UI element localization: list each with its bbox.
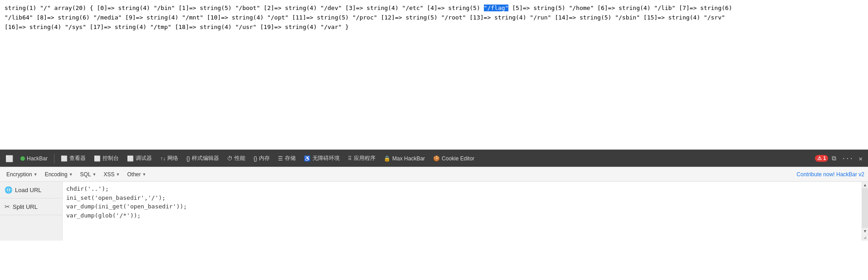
toolbar-accessibility-tab[interactable]: ♿ 无障碍环境 [301, 153, 342, 164]
toolbar-performance-tab[interactable]: ⏱ 性能 [224, 153, 248, 164]
sql-chevron-icon: ▼ [93, 172, 97, 177]
output-line3: [16]=> string(4) "/sys" [17]=> string(4)… [5, 23, 863, 32]
other-menu[interactable]: Other ▼ [124, 170, 149, 179]
split-url-label: Split URL [13, 203, 38, 210]
browser-toolbar: ⬜ HackBar ⬜ 查看器 ⬜ 控制台 ⬜ 调试器 ↑↓ 网络 {} 样式编… [0, 150, 868, 167]
toolbar-network-tab[interactable]: ↑↓ 网络 [157, 153, 181, 164]
devtools-home-icon[interactable]: ⬜ [4, 154, 15, 163]
hackbar-tab-label: HackBar [27, 155, 48, 162]
other-chevron-icon: ▼ [142, 172, 146, 177]
hackbar-textarea[interactable]: chdir('..'); ini_set('open_basedir','/')… [63, 182, 868, 241]
xss-chevron-icon: ▼ [116, 172, 120, 177]
max-hackbar-icon: 🔒 [384, 155, 390, 162]
error-count: 1 [823, 155, 826, 161]
encoding-chevron-icon: ▼ [69, 172, 73, 177]
hackbar-sidebar: 🌐 Load URL ✂ Split URL [0, 182, 63, 241]
scroll-resize-handle[interactable]: ⊿ [862, 234, 868, 241]
debugger-label: 调试器 [136, 154, 152, 162]
xss-label: XSS [104, 171, 115, 178]
toolbar-cookie-editor-tab[interactable]: 🍪 Cookie Editor [430, 154, 477, 163]
more-tools-icon[interactable]: ··· [840, 154, 855, 163]
hackbar-menubar: Encryption ▼ Encoding ▼ SQL ▼ XSS ▼ Othe… [0, 167, 868, 182]
editor-scrollbar[interactable]: ▲ ▼ ⊿ [862, 182, 868, 241]
toolbar-viewer-tab[interactable]: ⬜ 查看器 [58, 153, 88, 164]
scroll-track [862, 188, 868, 228]
encryption-menu[interactable]: Encryption ▼ [4, 170, 40, 179]
toolbar-separator-1 [54, 154, 54, 163]
viewer-label: 查看器 [69, 154, 86, 162]
contribute-link[interactable]: Contribute now! HackBar v2 [797, 171, 864, 178]
toolbar-memory-tab[interactable]: {} 内存 [251, 153, 273, 164]
close-devtools-icon[interactable]: ✕ [857, 154, 864, 163]
toolbar-apps-tab[interactable]: ⠿ 应用程序 [345, 153, 378, 164]
cookie-editor-icon: 🍪 [433, 155, 440, 162]
toolbar-debugger-tab[interactable]: ⬜ 调试器 [124, 153, 155, 164]
accessibility-icon: ♿ [304, 155, 311, 162]
style-editor-icon: {} [186, 155, 190, 162]
main-content-area: string(1) "/" array(20) { [0]=> string(4… [0, 0, 868, 150]
toolbar-storage-tab[interactable]: ☰ 存储 [275, 153, 298, 164]
encryption-chevron-icon: ▼ [34, 172, 38, 177]
other-label: Other [127, 171, 141, 178]
split-url-button[interactable]: ✂ Split URL [0, 198, 62, 215]
hackbar-body: 🌐 Load URL ✂ Split URL chdir('..'); ini_… [0, 182, 868, 241]
split-url-icon: ✂ [5, 203, 10, 210]
memory-icon: {} [254, 155, 257, 162]
apps-icon: ⠿ [348, 155, 352, 162]
contribute-label: Contribute now! HackBar v2 [797, 171, 864, 178]
console-label: 控制台 [102, 154, 119, 162]
output-text-post-flag: [5]=> string(5) "/home" [6]=> string(4) … [508, 5, 732, 11]
sql-menu[interactable]: SQL ▼ [78, 170, 99, 179]
output-line1: string(1) "/" array(20) { [0]=> string(4… [5, 4, 863, 13]
network-label: 网络 [167, 154, 178, 162]
output-highlighted-flag: "/flag" [484, 5, 509, 11]
toolbar-style-editor-tab[interactable]: {} 样式编辑器 [184, 153, 222, 164]
toolbar-console-tab[interactable]: ⬜ 控制台 [91, 153, 122, 164]
toolbar-hackbar-tab[interactable]: HackBar [18, 154, 50, 163]
max-hackbar-label: Max HackBar [392, 155, 425, 162]
storage-label: 存储 [285, 154, 296, 162]
console-icon: ⬜ [94, 155, 101, 162]
encryption-label: Encryption [6, 171, 32, 178]
xss-menu[interactable]: XSS ▼ [101, 170, 123, 179]
encoding-menu[interactable]: Encoding ▼ [42, 170, 76, 179]
load-url-icon: 🌐 [5, 186, 12, 193]
apps-label: 应用程序 [354, 154, 375, 162]
accessibility-label: 无障碍环境 [312, 154, 340, 162]
performance-icon: ⏱ [227, 155, 233, 162]
debugger-icon: ⬜ [127, 155, 134, 162]
toolbar-right: ⚠ 1 ⧉ ··· ✕ [815, 154, 864, 163]
encoding-label: Encoding [45, 171, 68, 178]
style-editor-label: 样式编辑器 [192, 154, 219, 162]
output-text-pre-flag: string(1) "/" array(20) { [0]=> string(4… [5, 5, 484, 11]
load-url-label: Load URL [15, 187, 42, 193]
error-icon: ⚠ [817, 155, 822, 161]
performance-label: 性能 [234, 154, 245, 162]
hackbar-editor: chdir('..'); ini_set('open_basedir','/')… [63, 182, 868, 241]
hackbar-panel: Encryption ▼ Encoding ▼ SQL ▼ XSS ▼ Othe… [0, 167, 868, 241]
responsive-design-icon[interactable]: ⧉ [830, 154, 838, 163]
storage-icon: ☰ [278, 155, 283, 162]
network-icon: ↑↓ [160, 155, 166, 162]
error-badge: ⚠ 1 [815, 155, 828, 162]
output-line2: "/lib64" [8]=> string(6) "/media" [9]=> … [5, 13, 863, 23]
scroll-up-button[interactable]: ▲ [862, 182, 868, 188]
toolbar-max-hackbar-tab[interactable]: 🔒 Max HackBar [381, 154, 428, 163]
load-url-button[interactable]: 🌐 Load URL [0, 182, 62, 198]
viewer-icon: ⬜ [61, 155, 68, 162]
hackbar-dot-icon [20, 156, 25, 161]
sql-label: SQL [80, 171, 91, 178]
memory-label: 内存 [259, 154, 270, 162]
scroll-down-button[interactable]: ▼ [862, 228, 868, 234]
cookie-editor-label: Cookie Editor [442, 155, 474, 162]
